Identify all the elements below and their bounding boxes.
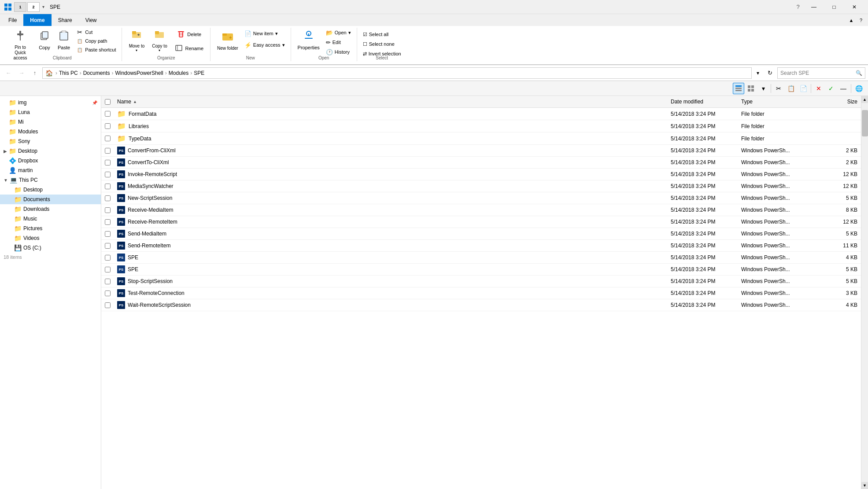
new-folder-button[interactable]: + New folder <box>214 28 241 56</box>
copy-toolbar-btn[interactable]: 📋 <box>785 83 797 94</box>
row-checkbox[interactable] <box>101 194 114 203</box>
select-all-button[interactable]: ☑ Select all <box>361 29 403 39</box>
delete-toolbar-btn[interactable]: ✕ <box>813 83 824 94</box>
up-button[interactable]: ↑ <box>29 67 41 79</box>
minus-toolbar-btn[interactable]: — <box>838 83 849 94</box>
table-row[interactable]: PS SPE 5/14/2018 3:24 PM Windows PowerSh… <box>101 252 861 264</box>
edit-button[interactable]: ✏ Edit <box>324 37 353 47</box>
row-checkbox[interactable] <box>101 134 114 143</box>
row-checkbox[interactable] <box>101 253 114 262</box>
delete-button[interactable]: Delete <box>171 28 207 42</box>
table-row[interactable]: 📁 FormatData 5/14/2018 3:24 PM File fold… <box>101 108 861 120</box>
file-checkbox[interactable] <box>105 279 111 284</box>
table-row[interactable]: PS ConvertFrom-CliXml 5/14/2018 3:24 PM … <box>101 145 861 157</box>
row-checkbox[interactable] <box>101 170 114 179</box>
tab-file[interactable]: File <box>2 14 23 26</box>
nav-item-mi[interactable]: 📁 Mi <box>0 117 101 127</box>
rename-button[interactable]: Rename <box>171 42 207 56</box>
path-spe[interactable]: SPE <box>193 70 205 76</box>
row-checkbox[interactable] <box>101 301 114 310</box>
row-checkbox[interactable] <box>101 241 114 250</box>
table-row[interactable]: 📁 TypeData 5/14/2018 3:24 PM File folder <box>101 132 861 145</box>
back-button[interactable]: ← <box>3 67 14 79</box>
nav-item-desktop[interactable]: 📁 Desktop <box>0 185 101 195</box>
file-checkbox[interactable] <box>105 302 111 308</box>
tab-arrow[interactable]: ▾ <box>42 4 44 9</box>
ribbon-collapse-btn[interactable]: ▲ <box>847 16 856 25</box>
row-checkbox[interactable] <box>101 289 114 298</box>
table-row[interactable]: PS Send-MediaItem 5/14/2018 3:24 PM Wind… <box>101 228 861 240</box>
tab-view[interactable]: View <box>79 14 103 26</box>
file-checkbox[interactable] <box>105 184 111 189</box>
row-checkbox[interactable] <box>101 146 114 155</box>
file-checkbox[interactable] <box>105 160 111 165</box>
view-tiles-btn[interactable] <box>745 83 757 94</box>
scroll-up[interactable]: ▲ <box>861 96 868 103</box>
search-input[interactable] <box>780 70 856 76</box>
nav-item-modules[interactable]: 📁 Modules <box>0 127 101 136</box>
file-checkbox[interactable] <box>105 111 111 117</box>
copy-button[interactable]: Copy <box>35 28 54 56</box>
maximize-button[interactable]: □ <box>824 0 844 14</box>
file-checkbox[interactable] <box>105 219 111 225</box>
nav-item-sony[interactable]: 📁 Sony <box>0 136 101 146</box>
file-checkbox[interactable] <box>105 243 111 249</box>
col-name[interactable]: Name ▲ <box>114 96 667 107</box>
path-modules[interactable]: Modules <box>168 70 189 76</box>
table-row[interactable]: PS Receive-MediaItem 5/14/2018 3:24 PM W… <box>101 204 861 216</box>
pin-to-quick-access-button[interactable]: Pin to Quick access <box>6 28 34 56</box>
file-checkbox[interactable] <box>105 136 111 141</box>
row-checkbox[interactable] <box>101 206 114 215</box>
paste-shortcut-button[interactable]: 📋 Paste shortcut <box>74 45 118 54</box>
easy-access-button[interactable]: ⚡ Easy access ▾ <box>242 39 287 51</box>
new-item-button[interactable]: 📄 New item ▾ <box>242 28 287 39</box>
cut-toolbar-btn[interactable]: ✂ <box>773 83 784 94</box>
row-checkbox[interactable] <box>101 158 114 167</box>
nav-item-osc[interactable]: 💾 OS (C:) <box>0 243 101 253</box>
file-checkbox[interactable] <box>105 195 111 201</box>
file-checkbox[interactable] <box>105 172 111 177</box>
nav-item-this-pc[interactable]: ▼ 💻 This PC <box>0 175 101 185</box>
paste-button[interactable]: Paste <box>55 28 73 56</box>
file-checkbox[interactable] <box>105 148 111 154</box>
nav-item-martin[interactable]: 👤 martin <box>0 165 101 175</box>
path-windowspowershell[interactable]: WindowsPowerShell <box>114 70 164 76</box>
col-size[interactable]: Size <box>826 96 861 107</box>
select-none-button[interactable]: ☐ Select none <box>361 39 403 49</box>
table-row[interactable]: PS Stop-ScriptSession 5/14/2018 3:24 PM … <box>101 276 861 287</box>
nav-item-downloads[interactable]: 📁 Downloads <box>0 204 101 214</box>
path-this-pc[interactable]: This PC <box>58 70 79 76</box>
row-checkbox[interactable] <box>101 265 114 274</box>
file-checkbox[interactable] <box>105 207 111 213</box>
nav-item-videos[interactable]: 📁 Videos <box>0 233 101 243</box>
select-all-checkbox[interactable] <box>105 99 111 105</box>
tab-2[interactable]: 2 <box>27 2 40 12</box>
table-row[interactable]: PS SPE 5/14/2018 3:24 PM Windows PowerSh… <box>101 264 861 276</box>
file-checkbox[interactable] <box>105 231 111 237</box>
move-to-button[interactable]: Move to ▾ <box>126 28 148 56</box>
row-checkbox[interactable] <box>101 121 114 131</box>
row-checkbox[interactable] <box>101 229 114 239</box>
refresh-button[interactable]: ↻ <box>764 67 776 79</box>
table-row[interactable]: PS MediaSyncWatcher 5/14/2018 3:24 PM Wi… <box>101 180 861 192</box>
scrollbar-track[interactable]: ▲ ▼ <box>861 96 868 489</box>
nav-item-music[interactable]: 📁 Music <box>0 214 101 224</box>
nav-item-dropbox[interactable]: 💠 Dropbox <box>0 156 101 165</box>
globe-toolbar-btn[interactable]: 🌐 <box>853 83 864 94</box>
row-checkbox[interactable] <box>101 182 114 191</box>
cut-button[interactable]: ✂ Cut <box>74 28 118 37</box>
copy-path-button[interactable]: 📋 Copy path <box>74 37 118 45</box>
nav-item-documents[interactable]: 📁 Documents <box>0 195 101 204</box>
file-checkbox[interactable] <box>105 255 111 261</box>
file-checkbox[interactable] <box>105 123 111 129</box>
minimize-button[interactable]: — <box>804 0 824 14</box>
table-row[interactable]: PS Receive-RemoteItem 5/14/2018 3:24 PM … <box>101 216 861 228</box>
file-checkbox[interactable] <box>105 267 111 272</box>
help-button[interactable]: ? <box>792 0 804 14</box>
table-row[interactable]: PS Test-RemoteConnection 5/14/2018 3:24 … <box>101 287 861 299</box>
row-checkbox[interactable] <box>101 277 114 286</box>
nav-item-img[interactable]: 📁 img 📌 <box>0 98 101 107</box>
nav-item-luna[interactable]: 📁 Luna <box>0 107 101 117</box>
table-row[interactable]: PS New-ScriptSession 5/14/2018 3:24 PM W… <box>101 192 861 204</box>
address-dropdown[interactable]: ▾ <box>753 70 762 76</box>
